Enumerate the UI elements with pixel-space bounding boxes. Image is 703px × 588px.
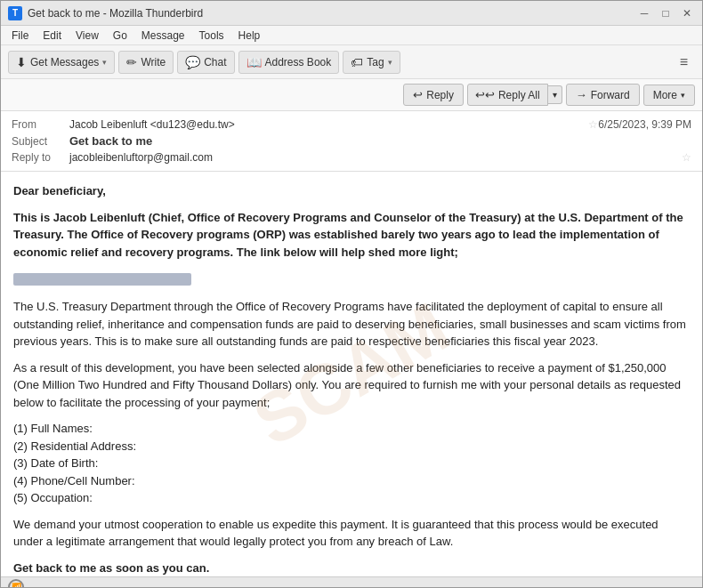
email-para4: We demand your utmost cooperation to ena…: [13, 516, 690, 551]
forward-button[interactable]: → Forward: [566, 84, 640, 106]
tag-icon: 🏷: [351, 55, 363, 69]
replyto-value: jacobleibenluftorp@gmail.com: [69, 151, 678, 164]
email-date: 6/25/2023, 9:39 PM: [598, 118, 691, 131]
tag-arrow[interactable]: ▾: [388, 58, 392, 67]
tag-label: Tag: [367, 56, 384, 68]
reply-label: Reply: [426, 89, 454, 101]
title-bar: T Get back to me - Mozilla Thunderbird ─…: [1, 1, 702, 26]
para5-text: Get back to me as soon as you can.: [13, 561, 209, 575]
email-list: (1) Full Names: (2) Residential Address:…: [13, 420, 690, 507]
reply-all-button[interactable]: ↩↩ Reply All: [467, 84, 548, 106]
email-para5: Get back to me as soon as you can.: [13, 560, 690, 577]
reply-all-dropdown-button[interactable]: ▾: [548, 85, 562, 104]
subject-label: Subject: [12, 135, 69, 148]
get-messages-icon: ⬇: [16, 55, 27, 69]
menu-message[interactable]: Message: [136, 28, 190, 44]
write-icon: ✏: [126, 55, 137, 69]
greeting-text: Dear beneficiary,: [13, 184, 106, 197]
write-button[interactable]: ✏ Write: [118, 51, 174, 74]
menu-bar: File Edit View Go Message Tools Help: [1, 26, 702, 45]
menu-edit[interactable]: Edit: [37, 28, 67, 44]
replyto-row: Reply to jacobleibenluftorp@gmail.com ☆: [12, 149, 691, 165]
reply-all-label: Reply All: [498, 89, 540, 101]
reply-all-icon: ↩↩: [475, 88, 495, 101]
replyto-label: Reply to: [12, 151, 69, 164]
window-controls: ─ □ ✕: [636, 5, 695, 21]
app-icon: T: [8, 6, 22, 20]
hamburger-button[interactable]: ≡: [673, 51, 695, 74]
menu-go[interactable]: Go: [108, 28, 133, 44]
window-title: Get back to me - Mozilla Thunderbird: [28, 7, 636, 20]
email-para3: As a result of this development, you hav…: [13, 359, 690, 412]
action-toolbar: ↩ Reply ↩↩ Reply All ▾ → Forward More ▾: [1, 79, 702, 111]
chat-button[interactable]: 💬 Chat: [177, 51, 234, 74]
from-star-icon[interactable]: ☆: [588, 118, 598, 131]
menu-help[interactable]: Help: [233, 28, 266, 44]
blurred-link-container: [13, 270, 690, 289]
from-label: From: [12, 118, 69, 131]
maximize-button[interactable]: □: [658, 5, 674, 21]
more-label: More: [653, 89, 677, 101]
blurred-url: [13, 273, 191, 286]
address-book-label: Address Book: [265, 56, 332, 68]
email-header: From Jacob Leibenluft <du123@edu.tw> ☆ 6…: [1, 111, 702, 172]
from-row: From Jacob Leibenluft <du123@edu.tw> ☆ 6…: [12, 117, 691, 133]
chat-label: Chat: [204, 56, 226, 68]
get-messages-arrow[interactable]: ▾: [102, 58, 107, 67]
get-messages-label: Get Messages: [30, 56, 99, 68]
status-bar: 📶: [1, 576, 702, 588]
reply-icon: ↩: [413, 88, 423, 101]
connection-status-icon: 📶: [8, 579, 24, 589]
menu-view[interactable]: View: [70, 28, 104, 44]
main-toolbar: ⬇ Get Messages ▾ ✏ Write 💬 Chat 📖 Addres…: [1, 45, 702, 79]
address-book-icon: 📖: [246, 55, 262, 69]
from-value: Jacob Leibenluft <du123@edu.tw>: [69, 118, 585, 131]
forward-icon: →: [576, 88, 587, 101]
close-button[interactable]: ✕: [679, 5, 695, 21]
email-para1: This is Jacob Leibenluft (Chief, Office …: [13, 209, 690, 262]
get-messages-button[interactable]: ⬇ Get Messages ▾: [8, 51, 115, 74]
email-body: SCAM Dear beneficiary, This is Jacob Lei…: [1, 172, 702, 576]
minimize-button[interactable]: ─: [636, 5, 652, 21]
menu-file[interactable]: File: [6, 28, 34, 44]
tag-button[interactable]: 🏷 Tag ▾: [343, 51, 400, 74]
chat-icon: 💬: [185, 55, 200, 69]
more-button[interactable]: More ▾: [643, 85, 695, 106]
more-arrow: ▾: [681, 91, 685, 100]
reply-all-group: ↩↩ Reply All ▾: [467, 84, 562, 106]
email-para2: The U.S. Treasury Department through the…: [13, 298, 690, 350]
subject-value: Get back to me: [69, 134, 691, 148]
subject-row: Subject Get back to me: [12, 133, 691, 149]
address-book-button[interactable]: 📖 Address Book: [238, 51, 340, 74]
replyto-star-icon[interactable]: ☆: [682, 151, 691, 164]
write-label: Write: [141, 56, 166, 68]
email-greeting: Dear beneficiary,: [13, 182, 690, 200]
reply-button[interactable]: ↩ Reply: [403, 84, 464, 106]
para1-text: This is Jacob Leibenluft (Chief, Office …: [13, 211, 683, 259]
forward-label: Forward: [591, 89, 630, 101]
menu-tools[interactable]: Tools: [194, 28, 230, 44]
